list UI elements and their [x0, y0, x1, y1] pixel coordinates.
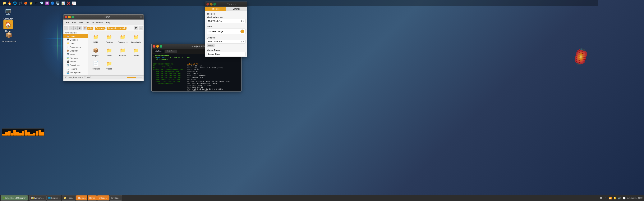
folder-music-label: Music — [107, 55, 112, 57]
cpu-bar-14 — [38, 130, 41, 136]
fm-menu-go[interactable]: Go — [85, 21, 90, 24]
folder-data-label: DATA — [93, 41, 98, 43]
themes-controls-gear-icon[interactable]: ⚙ — [241, 41, 242, 43]
taskbar-icon-circle[interactable]: 🔵 — [50, 0, 55, 6]
terminal-body[interactable]: \. MMMMMMMMMMMMMMMM [erik|erik-PS0] - [-… — [152, 54, 241, 91]
taskbar-k-icon[interactable]: K — [604, 196, 608, 200]
fm-up-btn[interactable]: ↑ — [74, 26, 78, 30]
taskbar-window-wrechis[interactable]: 🖼️ [Wrechis... — [29, 195, 46, 201]
fm-forward-btn[interactable]: → — [69, 26, 73, 30]
folder-music-icon: 📁 — [106, 46, 113, 54]
fm-file-downloads[interactable]: 📁 Downloads — [130, 32, 142, 44]
fm-file-dropbox[interactable]: 📦 Dropbox — [90, 46, 102, 57]
taskbar-volume-icon[interactable]: 🔊 — [618, 196, 622, 200]
taskbar-icon-firefox[interactable]: 🦊 — [23, 0, 28, 6]
terminal-tab-1[interactable]: erik@e... — [153, 50, 164, 53]
themes-controls-add-icon[interactable]: + — [243, 41, 244, 43]
cpu-bar-15 — [41, 132, 44, 136]
terminal-max-btn[interactable] — [160, 45, 162, 48]
fm-sidebar-desktop[interactable]: 🖥️ Desktop — [64, 38, 88, 41]
themes-window-borders-item[interactable]: Mint-Y-Dark-Sun ⚙ + — [207, 19, 246, 23]
folder-documents-icon: 📁 — [119, 33, 126, 41]
fm-sidebar-downloads[interactable]: ⬇️ Downloads — [64, 63, 88, 67]
fm-sidebar-trash[interactable]: 🗑️ Trash — [64, 74, 88, 75]
taskbar-mint-btn[interactable]: 🌿 Linux Mint 18 Cinnamon — [1, 195, 28, 201]
fm-sidebar-recent[interactable]: 🕐 Recent — [64, 67, 88, 71]
file-manager-close-btn[interactable] — [64, 16, 67, 18]
fm-sidebar-data[interactable]: 📁 DATA — [64, 41, 88, 45]
themes-add-icon[interactable]: + — [243, 20, 244, 22]
fm-file-documents[interactable]: 📁 Documents — [117, 32, 128, 44]
fm-file-public[interactable]: 📁 Public — [130, 46, 142, 57]
fm-view-icon-btn[interactable]: ⊞ — [134, 26, 138, 30]
fm-sidebar-videos[interactable]: 🎬 Videos — [64, 60, 88, 63]
fm-menu-file[interactable]: File — [64, 21, 70, 24]
fm-path-desktop[interactable]: Desktop — [95, 27, 105, 30]
themes-button-preview[interactable]: Button — [207, 44, 214, 47]
themes-settings-icon[interactable]: ⚙ — [241, 20, 242, 22]
fm-menu-edit[interactable]: Edit — [71, 21, 77, 24]
fm-file-videos[interactable]: 📁 Videos — [103, 59, 115, 71]
fm-sidebar-documents[interactable]: 📄 Documents — [64, 45, 88, 49]
taskbar-icon-browser[interactable]: 🌐 — [12, 0, 18, 6]
file-manager-min-btn[interactable] — [68, 16, 71, 18]
fm-sidebar-home[interactable]: 🏠 Home — [64, 34, 88, 38]
taskbar-bell-icon[interactable]: 🔔 — [613, 196, 617, 200]
fm-refresh-btn[interactable]: ⟳ — [78, 26, 82, 30]
terminal-min-btn[interactable] — [156, 45, 159, 48]
taskbar-network-icon[interactable]: 📶 — [608, 196, 612, 200]
themes-mouse-pointer-item[interactable]: Breeze_Snow — [207, 52, 246, 56]
file-manager-content: My Computer 🏠 Home 🖥️ Desktop 📁 DATA 📄 D… — [64, 31, 144, 75]
fm-menu-help[interactable]: Help — [105, 21, 112, 24]
fm-path-themes[interactable]: themes-icons-pack — [106, 27, 126, 30]
fm-sidebar-filesystem[interactable]: 💾 File System — [64, 71, 88, 74]
fm-file-pictures[interactable]: 📁 Pictures — [117, 46, 128, 57]
taskbar-icon-folder[interactable]: 📁 — [2, 0, 7, 6]
file-manager-extra-btn[interactable] — [140, 16, 142, 18]
taskbar-window-home[interactable]: Home — [88, 195, 96, 201]
terminal-tab-2[interactable]: [erik@e... — [165, 50, 177, 53]
music-sidebar-icon: 🎵 — [66, 53, 69, 55]
themes-icons-item[interactable]: Sardi Flat Orange — [207, 28, 246, 34]
fm-statusbar: 10 items, Free space: 53.9 GB — [64, 75, 144, 79]
taskbar-icon-fire[interactable]: 🔥 — [7, 0, 12, 6]
taskbar-window-des[interactable]: 📁 [~Des... — [62, 195, 76, 201]
fm-sidebar-dropbox[interactable]: 📦 Dropbox — [64, 49, 88, 52]
taskbar-icon-system[interactable]: 📈 — [71, 0, 77, 6]
themes-tab-themes[interactable]: Themes — [205, 7, 226, 11]
fm-file-data[interactable]: 📁 DATA — [90, 32, 102, 44]
desktop-icon-computer[interactable]: 🖥️ Computer — [3, 7, 14, 21]
top-taskbar: 📁 🔥 🌐 🎵 🦊 ⭐ ® 💎 ⚛️ 🔵 🖥️ 📊 ❌ 📈 — [0, 0, 598, 6]
taskbar-icon-registered[interactable]: ® — [34, 0, 39, 6]
taskbar-mint-label: Linux Mint 18 Cinnamon — [5, 197, 26, 199]
taskbar-icon-atom[interactable]: ⚛️ — [44, 0, 50, 6]
desktop-icon-themes-pack[interactable]: 📦 themes-icons-pack — [1, 30, 17, 43]
fm-file-desktop[interactable]: 📁 Desktop — [103, 32, 115, 44]
taskbar-x-icon[interactable]: ✕ — [599, 196, 603, 200]
taskbar-icon-pulse[interactable]: 📊 — [60, 0, 66, 6]
taskbar-icon-monitor[interactable]: 🖥️ — [55, 0, 60, 6]
themes-controls-item[interactable]: Mint-Y-Dark-Sun ⚙ + — [207, 40, 246, 44]
fm-menu-bookmarks[interactable]: Bookmarks — [91, 21, 104, 24]
taskbar-icon-star[interactable]: ⭐ — [28, 0, 34, 6]
taskbar-window-themes[interactable]: Themes — [76, 195, 87, 201]
taskbar-window-erik[interactable]: erik@e... — [97, 195, 109, 201]
taskbar-icon-gem[interactable]: 💎 — [39, 0, 44, 6]
taskbar-icon-close[interactable]: ❌ — [66, 0, 71, 6]
taskbar-clock-icon[interactable]: 🕐 — [622, 196, 626, 200]
fm-home-btn[interactable]: 🏠 — [82, 26, 87, 30]
file-manager-max-btn[interactable] — [72, 16, 74, 18]
fm-sidebar-pictures[interactable]: 🖼️ Pictures — [64, 56, 88, 60]
taskbar-icon-music[interactable]: 🎵 — [18, 0, 23, 6]
fm-sidebar-music[interactable]: 🎵 Music — [64, 52, 88, 56]
fm-file-music[interactable]: 📁 Music — [103, 46, 115, 57]
fm-view-list-btn[interactable]: ☰ — [138, 26, 143, 30]
fm-path-erik[interactable]: erik — [87, 27, 93, 30]
taskbar-window-imgur[interactable]: 🌐 [Imgur:... — [46, 195, 61, 201]
taskbar-window-erik2[interactable]: [erik@e... — [110, 195, 122, 201]
fm-menu-view[interactable]: View — [78, 21, 85, 24]
terminal-close-btn[interactable] — [153, 45, 156, 48]
fm-file-templates[interactable]: 📄 Templates — [90, 59, 102, 71]
fm-back-btn[interactable]: ← — [64, 26, 68, 30]
themes-tab-settings[interactable]: Settings — [226, 7, 247, 11]
